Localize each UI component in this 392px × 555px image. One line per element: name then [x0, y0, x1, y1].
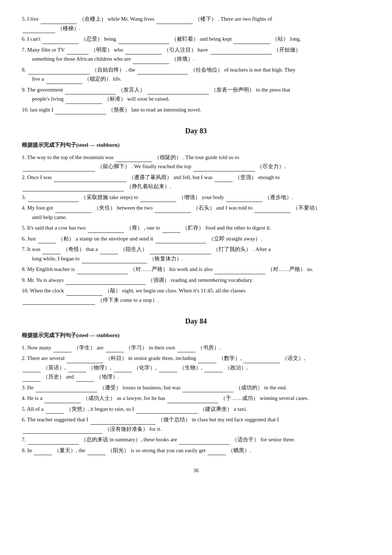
blank [82, 263, 147, 263]
blank [183, 392, 233, 392]
exercise-prev-10: 10. last night I （熬夜） late to read an in… [22, 105, 370, 115]
exercise-prev-8: 8. （自始自终） , the （社会地位） of teachers is no… [22, 65, 370, 84]
day83-ex-2: 2. Once I was （遭遇了暴风雨） and fell, but I w… [22, 173, 370, 191]
blank [66, 104, 102, 104]
blank [46, 84, 82, 84]
blank [100, 254, 118, 254]
day84-title: Day 84 [22, 315, 370, 327]
blank [106, 352, 124, 352]
blank [118, 44, 169, 44]
blank [53, 352, 72, 352]
blank [44, 403, 81, 403]
blank [67, 363, 103, 363]
blank [215, 182, 233, 182]
prev-exercises: 5. I live （在楼上） while Mr. Wang lives （楼下… [22, 15, 370, 114]
blank [68, 372, 86, 372]
ex-num: 5. I live [22, 16, 40, 22]
day84-ex-7: 7. （总的来说 in summary）, these books are （适… [22, 435, 370, 445]
blank [177, 352, 195, 352]
blank [136, 413, 198, 414]
day84-ex-2: 2. There are several （科目） in senior grad… [22, 354, 370, 382]
blank [193, 171, 255, 171]
blank [226, 202, 262, 202]
blank [215, 274, 265, 274]
day83-ex-4: 4. My foot got （夹住） between the two （石头）… [22, 203, 370, 222]
exercise-prev-7: 7. Many film or TV （明星） who （引人注目） have … [22, 45, 370, 64]
blank [41, 24, 77, 24]
blank [90, 424, 156, 425]
blank [116, 162, 152, 162]
day84-ex-8: 8. In （夏天）, the （阳光） is so strong that y… [22, 446, 370, 455]
day83-subtitle: 根据提示完成下列句子(steel — stubborn) [22, 141, 370, 150]
blank [65, 94, 116, 94]
exercise-prev-6: 6. I can't （忍受） being （被盯着） and being ke… [22, 35, 370, 44]
day83-ex-5: 5. It's said that a cow has two （胃） , on… [22, 223, 370, 233]
day83-ex-9: 9. Mr. Yu is always （强调） reading and rem… [22, 276, 370, 285]
blank [67, 54, 89, 54]
blank [28, 444, 79, 445]
blank [76, 381, 94, 382]
day84-ex-3: 3. He （遭受） losses in business, but was （… [22, 383, 370, 393]
blank [140, 202, 176, 202]
blank [28, 74, 90, 74]
blank [23, 304, 95, 305]
day83-title: Day 83 [22, 125, 370, 137]
blank [179, 444, 230, 445]
exercise-prev-9: 9. The government （发言人） （发表一份声明） to the … [22, 85, 370, 104]
blank [159, 372, 177, 372]
blank [155, 212, 191, 213]
blank [38, 243, 56, 243]
blank [210, 54, 272, 54]
day83-ex-6: 6. Just （粘） a stamp on the envelope and … [22, 234, 370, 244]
blank [167, 403, 218, 403]
day84-exercises: 1. Now many （学生） are （学习） in their own （… [22, 343, 370, 455]
blank [156, 24, 193, 24]
day83-ex-3: 3. （采取措施 take steps) to （增强） your body （… [22, 193, 370, 202]
blank [198, 363, 216, 363]
blank [36, 392, 97, 392]
blank [244, 363, 280, 363]
blank [54, 182, 126, 182]
day84-ex-4: 4. He is a （成功人士） as a lawyer, for he ha… [22, 394, 370, 403]
blank [23, 171, 95, 171]
blank [147, 94, 209, 94]
page-number: 36 [22, 466, 370, 475]
blank [125, 54, 162, 54]
blank [55, 212, 91, 213]
blank [204, 372, 222, 372]
blank [88, 232, 124, 233]
blank [208, 455, 226, 455]
blank [23, 191, 124, 191]
blank [23, 372, 41, 372]
blank [66, 295, 102, 296]
blank [254, 212, 291, 213]
day83-ex-8: 8. My English teacher is （对……严格） his wor… [22, 265, 370, 274]
blank [77, 274, 128, 274]
blank [23, 433, 102, 434]
day84-ex-1: 1. Now many （学生） are （学习） in their own （… [22, 343, 370, 353]
blank [137, 74, 188, 74]
day84-ex-5: 5. All of a （突然）, it began to rain, so I… [22, 405, 370, 414]
day84-ex-6: 6. The teacher suggested that I （做个总结） i… [22, 415, 370, 434]
blank [55, 114, 106, 114]
blank [155, 243, 206, 243]
exercise-prev-5: 5. I live （在楼上） while Mr. Wang lives （楼下… [22, 15, 370, 33]
blank [23, 33, 55, 33]
blank [234, 44, 270, 44]
blank [23, 381, 41, 382]
day83-ex-10: 10. When the clock （敲） eight, we begin o… [22, 286, 370, 305]
day83-ex-1: 1. The way to the top of the mountain wa… [22, 153, 370, 171]
blank [87, 455, 106, 455]
blank [46, 413, 64, 414]
blank [28, 202, 79, 202]
blank [162, 232, 180, 233]
blank [42, 254, 61, 254]
blank [114, 372, 132, 372]
blank [133, 64, 169, 64]
day83-ex-7: 7. It was （奇怪） that a （陌生人） （打了我的头） . Af… [22, 245, 370, 263]
day84-subtitle: 根据提示完成下列句子(steel — stubborn) [22, 331, 370, 340]
blank [150, 254, 211, 254]
day83-exercises: 1. The way to the top of the mountain wa… [22, 153, 370, 305]
blank [66, 284, 146, 285]
blank [34, 455, 52, 455]
